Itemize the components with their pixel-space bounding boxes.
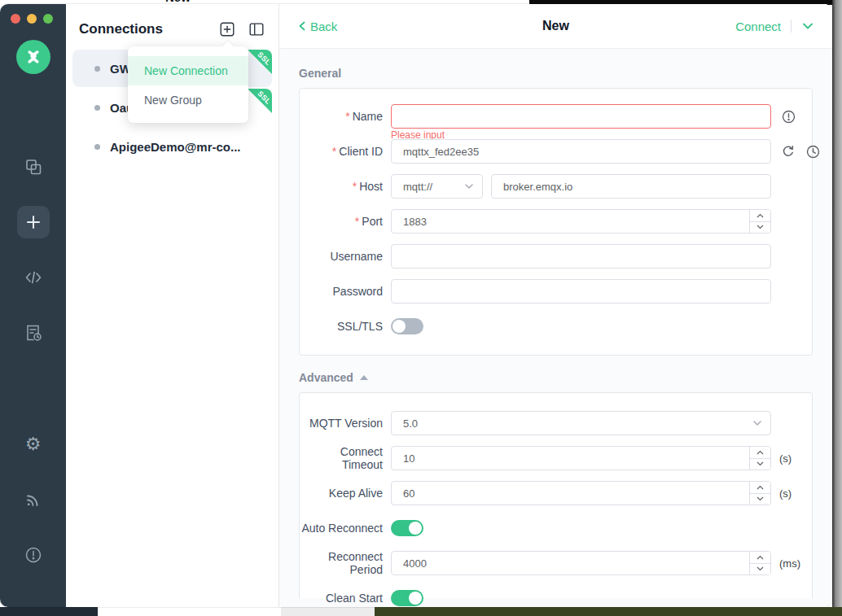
caret-down-icon	[756, 461, 764, 466]
collapse-icon[interactable]	[360, 375, 368, 380]
form-scroll-area: General *Name Please input	[279, 49, 832, 607]
sidebar-item-settings[interactable]: ⚙	[17, 428, 50, 461]
wifi-icon	[24, 490, 43, 509]
gear-icon: ⚙	[25, 435, 42, 453]
layout-panel-icon	[248, 20, 265, 38]
caret-down-icon	[756, 496, 764, 501]
clock-icon	[806, 145, 820, 159]
connections-panel: Connections GW-2 SSL	[66, 4, 279, 607]
advanced-card: MQTT Version 5.0 Connect Timeout	[299, 392, 813, 598]
caret-up-icon	[756, 450, 764, 455]
overlapping-squares-icon	[24, 157, 43, 177]
window-controls	[0, 4, 53, 24]
plus-square-icon	[218, 20, 236, 38]
keep-alive-input[interactable]	[391, 481, 771, 505]
collapse-panel-button[interactable]	[248, 20, 265, 38]
zoom-window-button[interactable]	[43, 14, 53, 24]
name-info-button[interactable]	[782, 110, 796, 124]
client-id-input[interactable]	[391, 139, 771, 164]
minimize-window-button[interactable]	[27, 14, 37, 24]
caret-up-icon	[756, 485, 764, 490]
decrement-button[interactable]	[750, 459, 770, 470]
new-connection-button[interactable]	[218, 20, 236, 38]
connections-header: Connections	[66, 4, 278, 50]
host-input[interactable]	[491, 174, 771, 199]
ssl-tls-row: SSL/TLS	[300, 314, 812, 339]
divider	[791, 20, 792, 33]
client-id-label: Client ID	[339, 145, 383, 158]
ssl-tls-toggle[interactable]	[391, 318, 423, 334]
reconnect-period-input[interactable]	[391, 551, 771, 575]
caret-down-icon	[756, 566, 764, 571]
connect-timeout-spinner	[749, 447, 770, 470]
plus-icon	[24, 212, 43, 232]
back-button[interactable]: Back	[297, 20, 337, 33]
required-mark: *	[345, 110, 349, 123]
clean-start-label: Clean Start	[300, 592, 383, 605]
keep-alive-unit: (s)	[779, 487, 792, 500]
sidebar-nav-bottom: ⚙	[17, 428, 50, 571]
connect-timeout-input[interactable]	[391, 446, 771, 470]
clean-start-toggle[interactable]	[391, 590, 423, 606]
mqtt-version-row: MQTT Version 5.0	[300, 411, 812, 435]
refresh-client-id-button[interactable]	[782, 145, 795, 158]
topbar-actions: Connect	[735, 20, 814, 33]
general-card: *Name Please input	[299, 88, 813, 356]
background-right-edge	[832, 0, 842, 616]
status-dot	[94, 105, 100, 111]
mqttx-logo	[16, 40, 50, 74]
sidebar-item-connections[interactable]	[17, 151, 50, 183]
auto-reconnect-row: Auto Reconnect	[300, 516, 812, 540]
code-icon	[24, 268, 43, 287]
connection-item-apigee[interactable]: ApigeeDemo@mr-co...	[72, 128, 272, 165]
sidebar-item-new-connection[interactable]	[17, 206, 50, 238]
sidebar-item-broadcast[interactable]	[17, 483, 50, 516]
sidebar-item-log[interactable]	[17, 317, 50, 349]
reconnect-period-label: Reconnect Period	[300, 550, 383, 576]
decrement-button[interactable]	[750, 222, 770, 234]
username-row: Username	[300, 244, 812, 269]
mqtt-version-select[interactable]: 5.0	[391, 411, 771, 435]
app-window: ⚙ Connections	[0, 4, 832, 607]
close-window-button[interactable]	[11, 14, 20, 24]
increment-button[interactable]	[750, 482, 770, 494]
protocol-select[interactable]: mqtt://	[391, 174, 483, 199]
clean-start-row: Clean Start	[300, 586, 812, 607]
connect-button[interactable]: Connect	[735, 20, 781, 33]
port-input[interactable]	[391, 209, 771, 234]
new-dropdown-menu: New Connection New Group	[128, 46, 248, 123]
increment-button[interactable]	[750, 210, 770, 222]
auto-reconnect-label: Auto Reconnect	[300, 522, 383, 535]
reconnect-period-unit: (ms)	[779, 557, 800, 570]
decrement-button[interactable]	[750, 494, 770, 505]
topbar: Back New Connect	[279, 4, 832, 49]
general-section-title: General	[299, 67, 813, 80]
client-id-row: *Client ID	[300, 139, 812, 164]
password-input[interactable]	[391, 279, 771, 304]
host-label: Host	[359, 180, 383, 193]
required-mark: *	[355, 215, 359, 228]
keep-alive-spinner	[749, 482, 770, 505]
port-row: *Port	[300, 209, 812, 234]
menu-item-new-group[interactable]: New Group	[128, 85, 248, 115]
menu-item-new-connection[interactable]: New Connection	[128, 56, 248, 85]
background-bottom-strip	[0, 607, 842, 616]
increment-button[interactable]	[750, 552, 770, 564]
keep-alive-row: Keep Alive (s)	[300, 481, 812, 505]
sidebar-item-about[interactable]	[17, 539, 50, 571]
auto-reconnect-toggle[interactable]	[391, 520, 423, 536]
history-client-id-button[interactable]	[806, 145, 820, 159]
increment-button[interactable]	[750, 447, 770, 459]
connect-timeout-unit: (s)	[779, 452, 792, 465]
connect-options-button[interactable]	[801, 21, 814, 31]
caret-up-icon	[756, 213, 764, 218]
sidebar-item-script[interactable]	[17, 261, 50, 294]
chevron-down-icon	[801, 21, 814, 31]
decrement-button[interactable]	[750, 564, 770, 575]
username-input[interactable]	[391, 244, 771, 269]
port-label: Port	[362, 215, 383, 228]
name-row: *Name Please input	[300, 104, 812, 129]
document-clock-icon	[24, 323, 43, 343]
password-label: Password	[300, 285, 383, 298]
name-input[interactable]	[391, 104, 771, 129]
